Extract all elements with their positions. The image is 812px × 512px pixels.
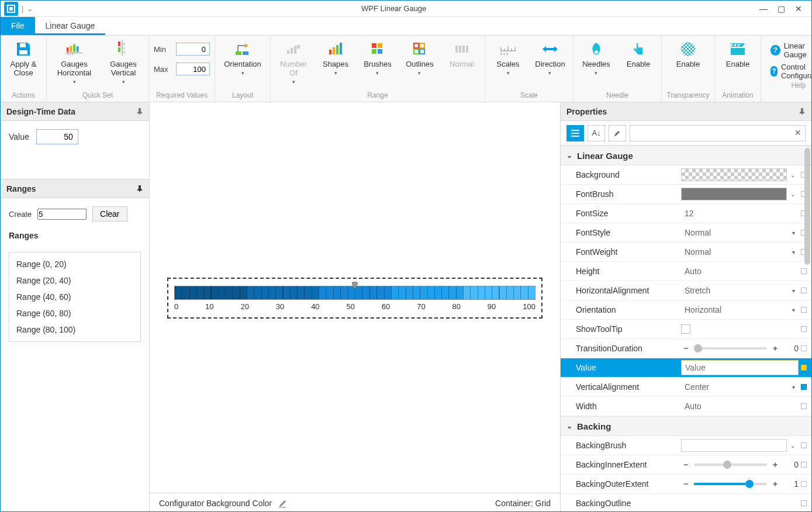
properties-search-input[interactable]: ✕: [630, 125, 806, 141]
prop-fontstyle[interactable]: FontStyleNormal▾: [561, 223, 811, 243]
minus-button[interactable]: −: [681, 460, 690, 469]
slider[interactable]: [694, 483, 767, 485]
ribbon-group-transparency: Enable Transparency: [662, 36, 715, 102]
value-input[interactable]: [681, 360, 799, 375]
transparency-enable-button[interactable]: Enable: [666, 38, 710, 79]
scrollbar-thumb[interactable]: [804, 148, 810, 265]
prop-fontsize[interactable]: FontSize12: [561, 204, 811, 223]
properties-scroll[interactable]: ⌄Linear Gauge Background⌄ FontBrush⌄ Fon…: [561, 146, 811, 512]
minus-button[interactable]: −: [681, 479, 690, 489]
plus-button[interactable]: +: [770, 344, 780, 353]
svg-rect-36: [459, 46, 461, 53]
minus-button[interactable]: −: [681, 344, 690, 353]
max-input[interactable]: [176, 63, 210, 75]
create-count-input[interactable]: [37, 209, 87, 220]
ribbon-group-help: ?Linear Gauge ?Control Configurator Help: [761, 36, 812, 102]
prop-background[interactable]: Background⌄: [561, 165, 811, 185]
prop-backing-outer-extent[interactable]: BackingOuterExtent−+1: [561, 475, 811, 494]
svg-rect-30: [378, 49, 382, 54]
scales-button[interactable]: 0 1 2 Scales▾: [490, 38, 526, 79]
close-button[interactable]: ✕: [792, 4, 806, 13]
pin-icon[interactable]: [799, 108, 806, 115]
design-canvas: 0102030405060708090100 Configurator Back…: [150, 102, 560, 512]
titlebar: | ⌄ WPF Linear Gauge — ▢ ✕: [1, 1, 811, 17]
prop-backing-outline[interactable]: BackingOutline: [561, 494, 811, 512]
prop-value[interactable]: Value: [561, 358, 811, 378]
tab-linear-gauge[interactable]: Linear Gauge: [35, 17, 106, 35]
help-linear-gauge-link[interactable]: ?Linear Gauge: [770, 41, 812, 59]
list-item[interactable]: Range (60, 80): [9, 305, 140, 321]
ribbon-group-scale: 0 1 2 Scales▾ Direction▾ Scale: [485, 36, 573, 102]
checkbox[interactable]: [681, 324, 690, 334]
needle-enable-button[interactable]: Enable: [620, 38, 656, 79]
clear-search-icon[interactable]: ✕: [794, 128, 801, 137]
view-brush-button[interactable]: [609, 125, 626, 141]
plus-button[interactable]: +: [770, 479, 780, 489]
prop-orientation[interactable]: OrientationHorizontal▾: [561, 300, 811, 320]
needles-button[interactable]: Needles▾: [578, 38, 614, 79]
svg-rect-26: [340, 43, 342, 54]
direction-button[interactable]: Direction▾: [532, 38, 568, 79]
list-item[interactable]: Range (80, 100): [9, 321, 140, 338]
gauges-vertical-button[interactable]: 012 Gauges Vertical▾: [103, 38, 144, 85]
svg-rect-18: [287, 50, 289, 54]
category-backing[interactable]: ⌄Backing: [561, 416, 811, 436]
prop-fontweight[interactable]: FontWeightNormal▾: [561, 243, 811, 262]
design-time-value-input[interactable]: [36, 129, 78, 144]
list-item[interactable]: Range (20, 40): [9, 272, 140, 289]
tab-file[interactable]: File: [1, 17, 35, 35]
svg-rect-19: [291, 48, 293, 54]
plus-button[interactable]: +: [770, 460, 780, 469]
prop-backing-inner-extent[interactable]: BackingInnerExtent−+0: [561, 455, 811, 475]
properties-toolbar: A↓ ✕: [561, 121, 811, 146]
gauge-scale-labels: 0102030405060708090100: [174, 302, 535, 311]
qat-customize-dropdown[interactable]: ⌄: [23, 4, 37, 13]
gauge-selection[interactable]: 0102030405060708090100: [167, 278, 543, 319]
prop-width[interactable]: WidthAuto: [561, 397, 811, 416]
view-categorized-button[interactable]: [566, 125, 584, 141]
apply-close-button[interactable]: Apply & Close: [5, 38, 42, 79]
gauges-horizontal-button[interactable]: 0 1 2 Gauges Horizontal▾: [51, 38, 97, 85]
ribbon-group-layout: Orientation▾ Layout: [215, 36, 271, 102]
prop-showtooltip[interactable]: ShowToolTip: [561, 320, 811, 339]
slider[interactable]: [694, 347, 767, 350]
minimize-button[interactable]: —: [756, 4, 770, 13]
outlines-button[interactable]: Outlines▾: [402, 38, 438, 79]
ribbon: Apply & Close Actions 0 1 2 Gauges Horiz…: [1, 36, 811, 102]
prop-horizontal-alignment[interactable]: HorizontalAlignmentStretch▾: [561, 281, 811, 300]
svg-rect-7: [77, 46, 79, 51]
help-control-configurator-link[interactable]: ?Control Configurator: [770, 63, 812, 80]
animation-enable-button[interactable]: Enable: [720, 38, 756, 79]
save-icon: [15, 40, 32, 58]
orientation-button[interactable]: Orientation▾: [220, 38, 265, 79]
prop-height[interactable]: HeightAuto: [561, 262, 811, 281]
category-linear-gauge[interactable]: ⌄Linear Gauge: [561, 146, 811, 165]
clear-button[interactable]: Clear: [92, 206, 127, 222]
ranges-subtitle: Ranges: [9, 231, 141, 240]
gauge-needle: [352, 282, 358, 290]
shapes-button[interactable]: Shapes▾: [317, 38, 354, 79]
min-input[interactable]: [176, 43, 210, 56]
prop-fontbrush[interactable]: FontBrush⌄: [561, 185, 811, 204]
ribbon-group-label: Animation: [720, 90, 756, 101]
prop-vertical-alignment[interactable]: VerticalAlignmentCenter▾: [561, 378, 811, 397]
main-area: Design-Time Data Value Ranges Create Cle…: [1, 102, 811, 512]
pin-icon[interactable]: [136, 185, 143, 192]
list-item[interactable]: Range (0, 20): [9, 256, 140, 272]
prop-transition-duration[interactable]: TransitionDuration−+0: [561, 339, 811, 358]
gauge-horizontal-icon: 0 1 2: [65, 40, 83, 58]
brush-icon[interactable]: [278, 498, 288, 508]
svg-rect-1: [9, 7, 13, 11]
number-of-icon: +: [285, 40, 302, 58]
slider[interactable]: [694, 463, 767, 466]
pin-icon[interactable]: [136, 108, 143, 115]
svg-point-46: [595, 50, 598, 54]
list-item[interactable]: Range (40, 60): [9, 289, 140, 305]
prop-backing-brush[interactable]: BackingBrush⌄: [561, 436, 811, 455]
brushes-button[interactable]: Brushes▾: [360, 38, 396, 79]
ribbon-group-label: Required Values: [154, 90, 210, 101]
view-alphabetical-button[interactable]: A↓: [588, 125, 605, 141]
ranges-list: Range (0, 20) Range (20, 40) Range (40, …: [9, 252, 141, 342]
svg-rect-24: [333, 47, 335, 54]
maximize-button[interactable]: ▢: [774, 4, 788, 13]
